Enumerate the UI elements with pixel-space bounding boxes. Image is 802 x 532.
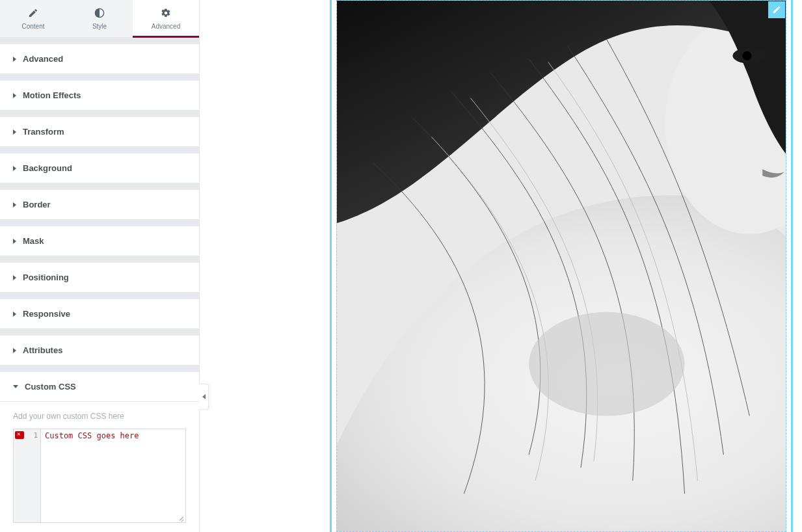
divider bbox=[0, 220, 199, 226]
edit-widget-button[interactable] bbox=[768, 1, 785, 18]
error-icon bbox=[15, 431, 24, 439]
caret-right-icon bbox=[13, 93, 16, 98]
chevron-left-icon bbox=[202, 394, 206, 399]
tab-label: Advanced bbox=[152, 23, 180, 30]
editor-canvas[interactable] bbox=[200, 0, 802, 532]
divider bbox=[0, 38, 199, 44]
section-custom-css[interactable]: Custom CSS bbox=[0, 372, 199, 402]
section-label: Background bbox=[23, 163, 72, 173]
section-mask[interactable]: Mask bbox=[0, 226, 199, 256]
divider bbox=[0, 293, 199, 299]
section-positioning[interactable]: Positioning bbox=[0, 263, 199, 293]
caret-right-icon bbox=[13, 202, 16, 207]
svg-point-4 bbox=[742, 51, 751, 60]
section-label: Custom CSS bbox=[25, 382, 76, 392]
divider bbox=[0, 111, 199, 117]
caret-right-icon bbox=[13, 57, 16, 62]
code-textarea[interactable]: Custom CSS goes here bbox=[41, 429, 185, 522]
advanced-panel[interactable]: Advanced Motion Effects Transform Backgr… bbox=[0, 38, 199, 532]
pencil-icon bbox=[772, 5, 781, 14]
section-motion-effects[interactable]: Motion Effects bbox=[0, 81, 199, 111]
tab-label: Content bbox=[21, 23, 44, 30]
section-label: Responsive bbox=[23, 309, 70, 319]
pencil-icon bbox=[28, 8, 38, 20]
code-gutter: 1 bbox=[14, 429, 41, 522]
section-background[interactable]: Background bbox=[0, 153, 199, 183]
caret-right-icon bbox=[13, 275, 16, 280]
custom-css-body: Add your own custom CSS here 1 Custom CS… bbox=[0, 402, 199, 532]
divider bbox=[0, 74, 199, 81]
contrast-icon bbox=[94, 8, 105, 20]
section-label: Border bbox=[23, 200, 51, 209]
section-responsive[interactable]: Responsive bbox=[0, 299, 199, 329]
caret-right-icon bbox=[13, 166, 16, 171]
section-advanced[interactable]: Advanced bbox=[0, 44, 199, 74]
panel-tabs: Content Style Advanced bbox=[0, 0, 199, 38]
caret-right-icon bbox=[13, 312, 16, 317]
gear-icon bbox=[161, 8, 171, 20]
tab-style[interactable]: Style bbox=[66, 0, 133, 37]
section-transform[interactable]: Transform bbox=[0, 117, 199, 147]
tab-label: Style bbox=[92, 23, 107, 30]
divider bbox=[0, 366, 199, 372]
section-label: Positioning bbox=[23, 273, 69, 282]
section-attributes[interactable]: Attributes bbox=[0, 336, 199, 366]
custom-css-editor[interactable]: 1 Custom CSS goes here bbox=[13, 429, 186, 523]
portrait-image bbox=[337, 1, 786, 531]
image-widget[interactable] bbox=[336, 0, 786, 532]
caret-right-icon bbox=[13, 348, 16, 353]
sidebar-collapse-toggle[interactable] bbox=[199, 384, 209, 410]
caret-right-icon bbox=[13, 239, 16, 244]
svg-point-5 bbox=[529, 312, 684, 416]
tab-content[interactable]: Content bbox=[0, 0, 66, 37]
selected-column[interactable] bbox=[330, 0, 793, 532]
section-label: Attributes bbox=[23, 345, 62, 355]
tab-advanced[interactable]: Advanced bbox=[133, 0, 199, 37]
divider bbox=[0, 183, 199, 190]
section-label: Motion Effects bbox=[23, 90, 81, 100]
editor-sidebar: Content Style Advanced Advanced Motion E… bbox=[0, 0, 200, 532]
section-border[interactable]: Border bbox=[0, 190, 199, 220]
divider bbox=[0, 147, 199, 153]
caret-right-icon bbox=[13, 129, 16, 135]
section-label: Mask bbox=[23, 236, 44, 246]
caret-down-icon bbox=[13, 385, 18, 388]
custom-css-helper: Add your own custom CSS here bbox=[13, 412, 186, 421]
divider bbox=[0, 329, 199, 336]
section-label: Advanced bbox=[23, 54, 63, 64]
divider bbox=[0, 256, 199, 263]
section-label: Transform bbox=[23, 127, 64, 137]
resize-handle[interactable] bbox=[178, 514, 184, 521]
